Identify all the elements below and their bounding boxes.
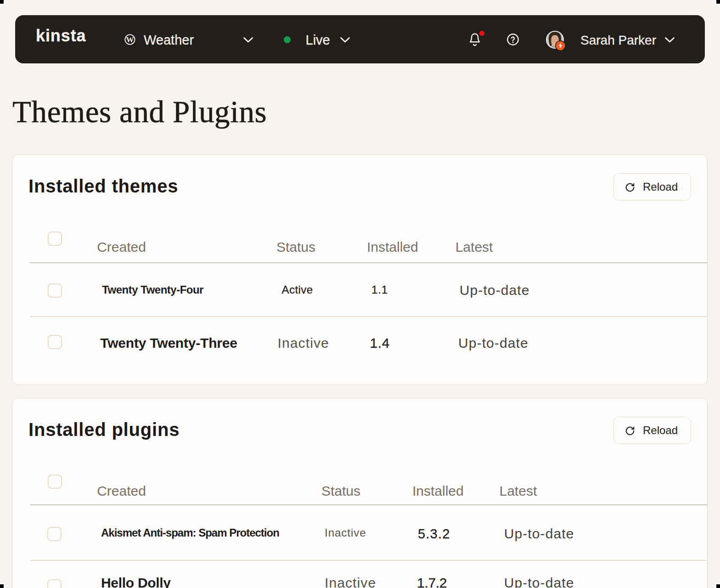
svg-text:W: W <box>126 35 134 44</box>
